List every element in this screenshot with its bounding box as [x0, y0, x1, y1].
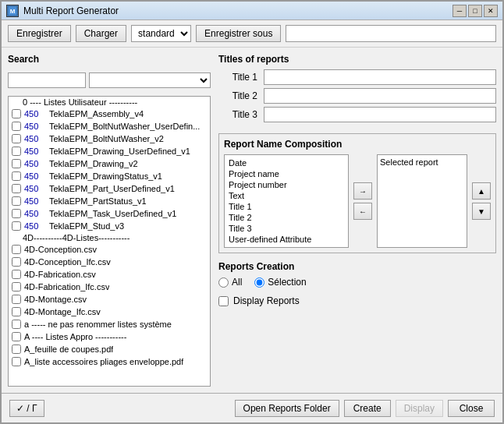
save-as-button[interactable]: Enregistrer sous — [196, 25, 281, 42]
list-item[interactable]: 4D-Fabrication.csv — [9, 268, 210, 281]
list-item-text: TeklaEPM_BoltNutWasher_v2 — [49, 134, 164, 143]
list-item-checkbox[interactable] — [12, 196, 21, 206]
list-item-text: TeklaEPM_DrawingStatus_v1 — [49, 171, 162, 181]
list-item-checkbox[interactable] — [12, 221, 21, 231]
list-item-checkbox[interactable] — [12, 159, 21, 168]
open-folder-button[interactable]: Open Reports Folder — [235, 400, 339, 417]
close-button[interactable]: ✕ — [484, 5, 498, 17]
titles-section: Titles of reports Title 1 Title 2 Title … — [218, 54, 496, 125]
list-item-num: 450 — [24, 171, 46, 181]
display-reports-row: Display Reports — [218, 295, 496, 306]
list-item[interactable]: A_liste accessoires pliages enveloppe.pd… — [9, 355, 210, 368]
list-item-checkbox[interactable] — [12, 307, 21, 316]
available-item[interactable]: Date — [227, 157, 346, 168]
list-item[interactable]: 4D-Montage_Ifc.csv — [9, 306, 210, 318]
list-item-text: TeklaEPM_BoltNutWasher_UserDefin... — [49, 122, 200, 131]
right-panel: Titles of reports Title 1 Title 2 Title … — [218, 54, 496, 387]
list-item-checkbox[interactable] — [12, 209, 21, 218]
list-item-checkbox[interactable] — [12, 320, 21, 329]
list-item-checkbox[interactable] — [12, 257, 21, 267]
available-item[interactable]: Title 2 — [227, 212, 346, 223]
titles-section-label: Titles of reports — [218, 54, 496, 65]
list-item[interactable]: 450TeklaEPM_PartStatus_v1 — [9, 195, 210, 207]
all-radio[interactable] — [218, 277, 229, 288]
list-item-checkbox[interactable] — [12, 344, 21, 354]
list-item-checkbox[interactable] — [12, 295, 21, 304]
list-item-checkbox[interactable] — [12, 270, 21, 279]
list-item[interactable]: 450TeklaEPM_BoltNutWasher_v2 — [9, 132, 210, 145]
list-item[interactable]: 450TeklaEPM_Stud_v3 — [9, 220, 210, 232]
search-row — [8, 72, 211, 88]
list-item-text: A_liste accessoires pliages enveloppe.pd… — [24, 357, 183, 366]
list-item[interactable]: 4D-Conception_Ifc.csv — [9, 256, 210, 268]
move-up-button[interactable]: ▲ — [472, 182, 491, 200]
available-item[interactable]: Project name — [227, 168, 346, 179]
create-button[interactable]: Create — [344, 400, 391, 417]
save-button[interactable]: Enregistrer — [8, 25, 71, 42]
list-item-num: 450 — [24, 109, 46, 118]
list-item[interactable]: 450TeklaEPM_BoltNutWasher_UserDefin... — [9, 120, 210, 132]
name-input[interactable] — [286, 25, 496, 42]
available-item[interactable]: User-defined Attribute — [227, 234, 346, 245]
available-item[interactable]: Title 1 — [227, 201, 346, 212]
title2-input[interactable] — [264, 88, 496, 104]
list-item-checkbox[interactable] — [12, 332, 21, 341]
list-item[interactable]: 450TeklaEPM_Part_UserDefined_v1 — [9, 182, 210, 195]
close-button-bottom[interactable]: Close — [448, 400, 495, 417]
list-item-checkbox[interactable] — [12, 122, 21, 131]
minimize-button[interactable]: ─ — [453, 5, 467, 17]
list-item-checkbox[interactable] — [12, 147, 21, 156]
list-item-checkbox[interactable] — [12, 245, 21, 254]
list-item-checkbox[interactable] — [12, 134, 21, 143]
report-list[interactable]: 0 ---- Listes Utilisateur ----------450T… — [8, 96, 211, 387]
list-item[interactable]: 450TeklaEPM_Drawing_UserDefined_v1 — [9, 145, 210, 157]
list-item[interactable]: A_feuille de coupes.pdf — [9, 343, 210, 355]
load-button[interactable]: Charger — [76, 25, 126, 42]
add-to-selected-button[interactable]: → — [353, 182, 372, 200]
list-item-text: 4D-Fabrication.csv — [24, 270, 96, 279]
list-item-checkbox[interactable] — [12, 171, 21, 181]
svg-text:M: M — [10, 8, 16, 15]
check-uncheck-button[interactable]: ✓ / Γ — [9, 400, 44, 417]
list-item-num: 450 — [24, 184, 46, 193]
move-down-button[interactable]: ▼ — [472, 203, 491, 220]
available-items-list[interactable]: DateProject nameProject numberTextTitle … — [224, 154, 349, 248]
list-item[interactable]: 450TeklaEPM_Drawing_v2 — [9, 157, 210, 170]
list-item-num: 450 — [24, 159, 46, 168]
list-item[interactable]: 450TeklaEPM_DrawingStatus_v1 — [9, 170, 210, 182]
list-item[interactable]: a ----- ne pas renommer listes système — [9, 318, 210, 330]
window-icon: M — [6, 5, 19, 17]
main-window: M Multi Report Generator ─ □ ✕ Enregistr… — [0, 0, 504, 424]
display-reports-checkbox[interactable] — [218, 296, 229, 306]
list-item[interactable]: 450TeklaEPM_Task_UserDefined_v1 — [9, 207, 210, 220]
list-item[interactable]: 4D-Fabrication_Ifc.csv — [9, 281, 210, 293]
main-content: Search 0 ---- Listes Utilisateur -------… — [2, 48, 502, 393]
list-item-text: TeklaEPM_Drawing_v2 — [49, 159, 138, 168]
toolbar: Enregistrer Charger standard Enregistrer… — [2, 20, 502, 48]
search-input[interactable] — [8, 72, 86, 88]
title1-row: Title 1 — [218, 69, 496, 85]
title3-row: Title 3 — [218, 107, 496, 122]
list-item[interactable]: 4D-Montage.csv — [9, 293, 210, 306]
selection-radio[interactable] — [254, 277, 264, 288]
reports-creation-label: Reports Creation — [218, 261, 496, 272]
title3-input[interactable] — [264, 107, 496, 122]
maximize-button[interactable]: □ — [468, 5, 482, 17]
list-item[interactable]: 4D-Conception.csv — [9, 243, 210, 256]
available-item[interactable]: Text — [227, 190, 346, 201]
search-type-dropdown[interactable] — [89, 72, 211, 88]
list-item-checkbox[interactable] — [12, 282, 21, 292]
remove-from-selected-button[interactable]: ← — [353, 203, 372, 220]
report-name-section: Report Name Composition DateProject name… — [218, 133, 496, 253]
available-item[interactable]: Title 3 — [227, 223, 346, 234]
selected-items-list[interactable]: Selected report — [377, 154, 467, 248]
title1-input[interactable] — [264, 69, 496, 85]
report-name-label: Report Name Composition — [224, 139, 491, 150]
list-item-checkbox[interactable] — [12, 109, 21, 118]
preset-dropdown[interactable]: standard — [131, 25, 191, 42]
list-item-checkbox[interactable] — [12, 357, 21, 366]
list-item[interactable]: A ---- Listes Appro ----------- — [9, 330, 210, 343]
list-item[interactable]: 450TeklaEPM_Assembly_v4 — [9, 108, 210, 120]
list-item-checkbox[interactable] — [12, 184, 21, 193]
available-item[interactable]: Project number — [227, 179, 346, 190]
